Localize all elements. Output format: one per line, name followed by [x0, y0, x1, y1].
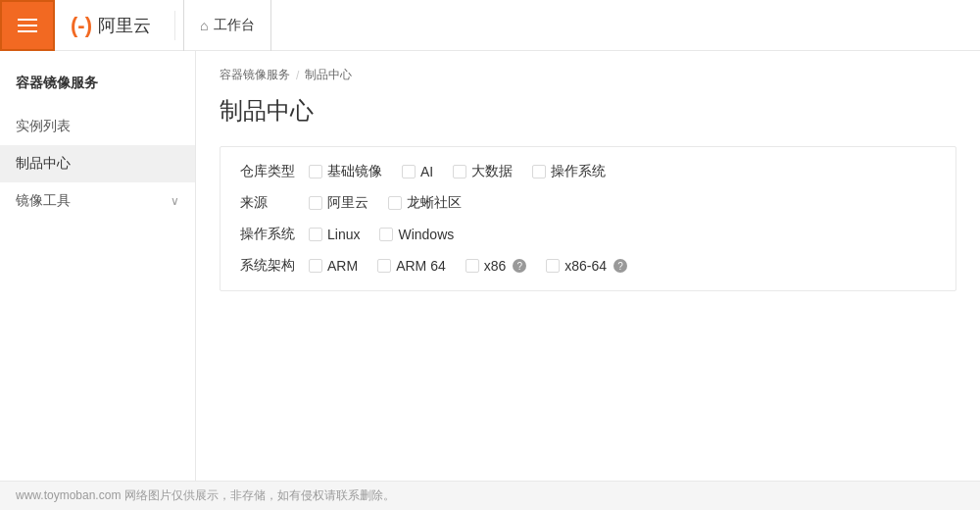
checkbox-box	[466, 259, 479, 273]
hamburger-icon	[18, 19, 37, 32]
breadcrumb-parent[interactable]: 容器镜像服务	[220, 67, 290, 83]
breadcrumb-current: 制品中心	[305, 67, 352, 83]
nav-divider	[174, 11, 175, 40]
checkbox-windows[interactable]: Windows	[379, 227, 454, 242]
checkbox-label: 基础镜像	[327, 163, 382, 180]
help-icon-x86[interactable]: ?	[513, 259, 526, 273]
checkbox-aliyun[interactable]: 阿里云	[309, 194, 368, 212]
sidebar-item-instance-list[interactable]: 实例列表	[0, 108, 195, 145]
logo-symbol: (-)	[71, 13, 92, 38]
sidebar-item-mirror-tools[interactable]: 镜像工具 ∨	[0, 182, 195, 220]
checkbox-box	[532, 165, 546, 178]
chevron-down-icon: ∨	[171, 194, 179, 208]
filter-row-arch: 系统架构 ARM ARM 64 x86 ?	[240, 257, 936, 275]
filter-row-source: 来源 阿里云 龙蜥社区	[240, 194, 936, 212]
checkbox-label: Windows	[398, 227, 454, 242]
sidebar: 容器镜像服务 实例列表 制品中心 镜像工具 ∨	[0, 51, 196, 481]
checkbox-arm64[interactable]: ARM 64	[377, 258, 446, 274]
checkbox-x86[interactable]: x86 ?	[466, 258, 527, 274]
checkbox-label: 阿里云	[327, 194, 368, 212]
workbench-tab[interactable]: ⌂ 工作台	[183, 0, 271, 51]
filter-options-source: 阿里云 龙蜥社区	[309, 194, 462, 212]
checkbox-linux[interactable]: Linux	[309, 227, 360, 242]
checkbox-ai[interactable]: AI	[402, 164, 433, 179]
checkbox-big-data[interactable]: 大数据	[453, 163, 513, 180]
sidebar-service-title: 容器镜像服务	[0, 67, 195, 108]
checkbox-label: 龙蜥社区	[407, 194, 462, 212]
sidebar-item-label: 实例列表	[16, 118, 71, 135]
checkbox-longqin[interactable]: 龙蜥社区	[388, 194, 462, 212]
checkbox-box	[388, 196, 402, 210]
checkbox-label: 大数据	[471, 163, 513, 180]
filter-label-os: 操作系统	[240, 226, 309, 243]
checkbox-box	[379, 228, 393, 241]
hamburger-button[interactable]	[0, 0, 55, 51]
status-bar-text: www.toymoban.com 网络图片仅供展示，非存储，如有侵权请联系删除。	[16, 487, 395, 504]
checkbox-box	[377, 259, 391, 273]
help-icon-x86-64[interactable]: ?	[613, 259, 627, 273]
checkbox-label: Linux	[327, 227, 360, 242]
main-content: 容器镜像服务 / 制品中心 制品中心 仓库类型 基础镜像 AI	[196, 51, 980, 481]
breadcrumb-separator: /	[296, 69, 299, 82]
checkbox-basic-mirror[interactable]: 基础镜像	[309, 163, 382, 180]
checkbox-box	[309, 165, 322, 178]
checkbox-box	[309, 196, 322, 210]
checkbox-box	[453, 165, 466, 178]
checkbox-box	[309, 259, 322, 273]
checkbox-label: 操作系统	[551, 163, 606, 180]
checkbox-box	[309, 228, 322, 241]
top-nav: (-) 阿里云 ⌂ 工作台	[0, 0, 980, 51]
main-layout: 容器镜像服务 实例列表 制品中心 镜像工具 ∨ 容器镜像服务 / 制品中心 制品…	[0, 51, 980, 481]
checkbox-x86-64[interactable]: x86-64 ?	[546, 258, 627, 274]
breadcrumb: 容器镜像服务 / 制品中心	[220, 67, 956, 83]
checkbox-label: x86	[484, 258, 507, 274]
logo-text: 阿里云	[98, 14, 151, 37]
checkbox-label: AI	[420, 164, 433, 179]
checkbox-arm[interactable]: ARM	[309, 258, 358, 274]
filter-row-os: 操作系统 Linux Windows	[240, 226, 936, 243]
checkbox-label: ARM 64	[396, 258, 446, 274]
checkbox-box	[402, 165, 416, 178]
filter-options-os: Linux Windows	[309, 227, 454, 242]
home-icon: ⌂	[200, 18, 208, 33]
filter-label-type: 仓库类型	[240, 163, 309, 180]
checkbox-label: ARM	[327, 258, 358, 274]
logo-area: (-) 阿里云	[55, 13, 167, 38]
filter-options-arch: ARM ARM 64 x86 ? x86-64 ?	[309, 258, 627, 274]
page-title: 制品中心	[220, 95, 956, 127]
sidebar-item-product-center[interactable]: 制品中心	[0, 145, 195, 182]
filter-label-source: 来源	[240, 194, 309, 212]
checkbox-label: x86-64	[564, 258, 607, 274]
filter-row-type: 仓库类型 基础镜像 AI 大数据	[240, 163, 936, 180]
filter-options-type: 基础镜像 AI 大数据 操作系统	[309, 163, 606, 180]
status-bar: www.toymoban.com 网络图片仅供展示，非存储，如有侵权请联系删除。	[0, 481, 980, 510]
filter-panel: 仓库类型 基础镜像 AI 大数据	[220, 146, 956, 291]
checkbox-box	[546, 259, 560, 273]
checkbox-os[interactable]: 操作系统	[532, 163, 606, 180]
sidebar-item-label: 镜像工具	[16, 192, 71, 210]
workbench-tab-label: 工作台	[214, 17, 255, 34]
sidebar-item-label: 制品中心	[16, 155, 71, 173]
filter-label-arch: 系统架构	[240, 257, 309, 275]
